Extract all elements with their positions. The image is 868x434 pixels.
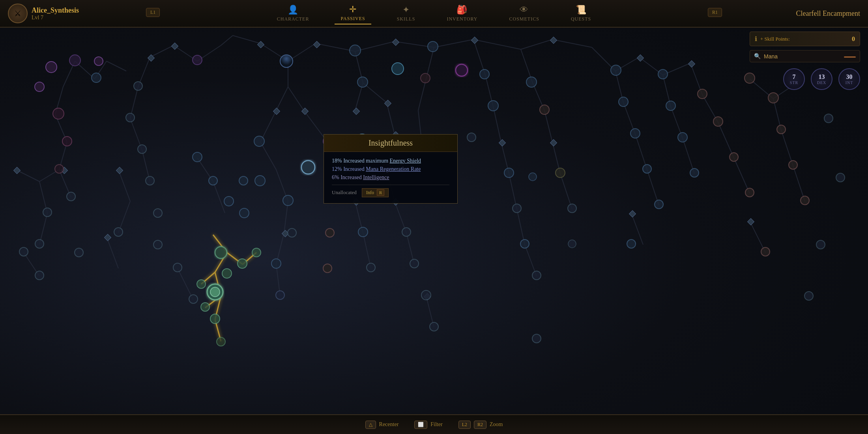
quests-icon: 📜: [576, 5, 587, 15]
search-input[interactable]: [764, 53, 841, 60]
character-icon: 👤: [288, 5, 299, 15]
str-label: STR: [790, 80, 798, 85]
tab-inventory[interactable]: 🎒 Inventory: [441, 3, 483, 24]
tab-passives[interactable]: ✛ Passives: [335, 2, 371, 24]
tooltip-stat-mana: 12% Increased Mana Regeneration Rate: [332, 166, 449, 172]
recenter-action: △ Recenter: [365, 421, 399, 429]
search-icon: 🔍: [754, 53, 761, 60]
tab-quests[interactable]: 📜 Quests: [565, 3, 597, 24]
info-key: R: [377, 189, 384, 196]
skill-points-label: + Skill Points:: [760, 36, 849, 42]
str-value: 7: [793, 73, 796, 80]
right-panel: ℹ + Skill Points: 0 🔍 7 STR 13 DEX 30 IN…: [750, 32, 860, 90]
inventory-icon: 🎒: [456, 5, 468, 15]
recenter-label: Recenter: [379, 421, 399, 428]
player-level: Lvl 7: [32, 15, 79, 21]
player-info: ⚔ Alice_Synthesis Lvl 7: [0, 4, 110, 23]
skill-points-bar: ℹ + Skill Points: 0: [750, 32, 860, 46]
player-name: Alice_Synthesis: [32, 6, 79, 15]
zoom-l2-key: L2: [458, 421, 471, 429]
tab-quests-label: Quests: [571, 16, 591, 22]
zoom-r2-key: R2: [474, 421, 486, 429]
bottom-bar: △ Recenter ⬜ Filter L2 R2 Zoom: [0, 414, 868, 434]
stat-str: 7 STR: [783, 68, 805, 90]
tab-passives-label: Passives: [340, 16, 365, 22]
tooltip-title: Insightfulness: [369, 138, 413, 147]
filter-key: ⬜: [414, 421, 427, 429]
tab-cosmetics-label: Cosmetics: [509, 16, 539, 22]
tooltip-info-button[interactable]: Info R: [362, 188, 389, 197]
tab-character[interactable]: 👤 Character: [271, 3, 315, 24]
tooltip-stat-intel: 6% Increased Intelligence: [332, 174, 449, 181]
skills-icon: ✦: [402, 5, 410, 15]
int-label: INT: [846, 80, 853, 85]
zoom-action: L2 R2 Zoom: [458, 421, 503, 429]
navigation-tabs: 👤 Character ✛ Passives ✦ Skills 🎒 Invent…: [110, 2, 758, 24]
filter-label: Filter: [430, 421, 442, 428]
tab-character-label: Character: [277, 16, 309, 22]
int-value: 30: [846, 73, 853, 80]
stats-row: 7 STR 13 DEX 30 INT: [750, 68, 860, 90]
zoom-label: Zoom: [490, 421, 503, 428]
tooltip-body: 18% Increased maximum Energy Shield 12% …: [324, 152, 457, 203]
tooltip-title-bar: Insightfulness: [324, 135, 457, 152]
passives-icon: ✛: [349, 4, 357, 15]
tab-cosmetics[interactable]: 👁 Cosmetics: [503, 3, 545, 24]
node-tooltip: Insightfulness 18% Increased maximum Ene…: [324, 134, 458, 204]
filter-action: ⬜ Filter: [414, 421, 442, 429]
skill-points-value: 0: [852, 36, 855, 43]
r1-button[interactable]: R1: [708, 8, 722, 17]
cosmetics-icon: 👁: [520, 5, 529, 15]
dex-label: DEX: [817, 80, 827, 85]
tab-skills-label: Skills: [397, 16, 415, 22]
recenter-key: △: [365, 421, 376, 429]
top-navigation-bar: L1 ⚔ Alice_Synthesis Lvl 7 👤 Character ✛…: [0, 0, 868, 28]
skill-tree-background: [0, 0, 868, 434]
stat-int: 30 INT: [838, 68, 860, 90]
tab-inventory-label: Inventory: [447, 16, 477, 22]
info-icon: ℹ: [755, 35, 757, 43]
player-name-level: Alice_Synthesis Lvl 7: [32, 6, 79, 21]
player-avatar: ⚔: [8, 4, 28, 23]
search-bar: 🔍: [750, 50, 860, 62]
tab-skills[interactable]: ✦ Skills: [391, 3, 421, 24]
l1-button[interactable]: L1: [146, 8, 160, 17]
stat-dex: 13 DEX: [811, 68, 832, 90]
dex-value: 13: [819, 73, 825, 80]
location-name: Clearfell Encampment: [758, 9, 868, 18]
tooltip-status: Unallocated Info R: [332, 185, 449, 197]
tooltip-stat-energy-shield: 18% Increased maximum Energy Shield: [332, 158, 449, 164]
